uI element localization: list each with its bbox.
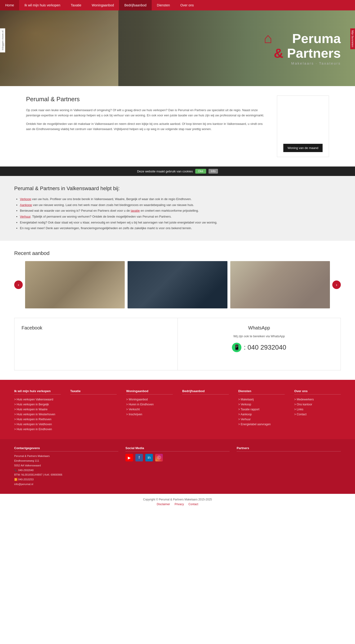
- footer-col-woningaanbod: Woningaanbod Woningaanbod Huren in Eindh…: [126, 389, 173, 432]
- recent-title: Recent aanbod: [14, 250, 341, 256]
- footer-social-col: Social Media ▶ f in ⓒ: [125, 446, 230, 487]
- sidebar-login[interactable]: Inloggen move.nl: [0, 28, 5, 52]
- taxatie-link[interactable]: taxatie: [131, 209, 140, 212]
- footer-col-bedrijfsaanbod: Bedrijfsaanbod: [182, 389, 229, 432]
- footer-link-taxatie-rapport[interactable]: Taxatie rapport: [238, 408, 260, 411]
- list-item: Aankoop van uw nieuwe woning. Laat ons h…: [20, 202, 341, 208]
- cookie-ok-button[interactable]: Oké: [195, 169, 206, 174]
- copyright-bar: Copyright © Perumal & Partners Makelaars…: [0, 494, 355, 510]
- carousel-prev-button[interactable]: ‹: [14, 280, 23, 289]
- cookie-bar: Deze website maakt gebruik van cookies O…: [0, 166, 355, 176]
- footer-link-vk-bergeijk[interactable]: Huis verkopen in Bergeijk: [14, 403, 49, 406]
- verhuur-link[interactable]: Verhuur: [20, 215, 31, 218]
- nav-home[interactable]: Home: [0, 0, 19, 10]
- carousel-image-2: [128, 261, 227, 308]
- nav-bedrijfsaanbod[interactable]: Bedrijfsaanbod: [119, 0, 151, 10]
- woning-van-de-maand-button[interactable]: Woning van de maand: [283, 144, 322, 152]
- footer-link-contact[interactable]: Contact: [294, 413, 306, 416]
- copyright-text: Copyright © Perumal & Partners Makelaars…: [4, 498, 351, 501]
- aankoop-link[interactable]: Aankoop: [20, 203, 32, 207]
- footer-link-links[interactable]: Links: [294, 408, 303, 411]
- helpt-list: Verkoop van uw huis. Profileer uw ons br…: [14, 196, 341, 231]
- facebook-icon[interactable]: f: [135, 454, 143, 462]
- whatsapp-text: Wij zijn ook te bereiken via WhatsApp: [185, 334, 334, 338]
- nav-taxatie[interactable]: Taxatie: [66, 0, 86, 10]
- footer-link-aankoop[interactable]: Aankoop: [238, 413, 252, 416]
- linkedin-icon[interactable]: in: [145, 454, 153, 462]
- hero-person-image: [0, 10, 118, 86]
- whatsapp-icon: 📱: [232, 343, 241, 352]
- footer-privacy-link[interactable]: Privacy: [175, 502, 184, 506]
- main-para-2: Ontdek hier de mogelijkheden van dé make…: [26, 121, 267, 132]
- footer: Ik wil mijn huis verkopen Huis verkopen …: [0, 380, 355, 494]
- social-icons: ▶ f in ⓒ: [125, 454, 230, 462]
- footer-disclaimer-link[interactable]: Disclaimer: [157, 502, 170, 506]
- footer-partners-col: Partners: [237, 446, 341, 487]
- cookie-info-button[interactable]: Info: [208, 169, 218, 174]
- footer-link-woningaanbod[interactable]: Woningaanbod: [126, 398, 148, 401]
- main-content: Perumal & Partners Op zoek naar een leuk…: [12, 86, 343, 166]
- footer-col-woningaanbod-title: Woningaanbod: [126, 389, 173, 394]
- footer-contact-col: Contactgegevens Perumal & Partners Makel…: [14, 446, 118, 487]
- footer-contact-link[interactable]: Contact: [188, 502, 198, 506]
- list-item: Energielabel nodig? Ook daar staat wij v…: [20, 220, 341, 226]
- whatsapp-panel: WhatsApp Wij zijn ook te bereiken via Wh…: [178, 318, 341, 370]
- logo-subtitle: Makelaars · Taxateurs: [274, 61, 341, 65]
- footer-top: Ik wil mijn huis verkopen Huis verkopen …: [14, 389, 341, 439]
- nav-woningaanbod[interactable]: Woningaanbod: [86, 0, 119, 10]
- hero-logo: ⌂ Peruma & Partners Makelaars · Taxateur…: [264, 31, 341, 65]
- list-item: Verkoop van uw huis. Profileer uw ons br…: [20, 196, 341, 202]
- verkoop-link[interactable]: Verkoop: [20, 197, 31, 201]
- footer-social-title: Social Media: [125, 446, 230, 452]
- main-text-block: Perumal & Partners Op zoek naar een leuk…: [26, 96, 267, 157]
- footer-link-verhuur[interactable]: Verhuur: [238, 418, 251, 421]
- footer-link-energielabel[interactable]: Energielabel aanvragen: [238, 423, 271, 426]
- footer-col-diensten: Diensten Makelaarij Verkoop Taxatie rapp…: [238, 389, 285, 432]
- facebook-title: Facebook: [22, 325, 170, 331]
- footer-col-diensten-title: Diensten: [238, 389, 285, 394]
- nav-diensten[interactable]: Diensten: [152, 0, 175, 10]
- cookie-text: Deze website maakt gebruik van cookies: [137, 170, 193, 173]
- carousel-next-button[interactable]: ›: [332, 280, 341, 289]
- main-title: Perumal & Partners: [26, 96, 267, 103]
- footer-partners-title: Partners: [237, 446, 341, 452]
- main-nav: Home Ik wil mijn huis verkopen Taxatie W…: [0, 0, 355, 10]
- carousel: ‹ ›: [14, 261, 341, 308]
- footer-col-taxatie-title: Taxatie: [70, 389, 117, 394]
- footer-link-ons-kantoor[interactable]: Ons kantoor: [294, 403, 312, 406]
- list-item: En nog veel meer! Denk aan verzekeringen…: [20, 226, 341, 231]
- carousel-image-1: [25, 261, 125, 308]
- nav-over-ons[interactable]: Over ons: [175, 0, 199, 10]
- footer-col-taxatie: Taxatie: [70, 389, 117, 432]
- list-item: Benieuwd wat de waarde van uw woning is?…: [20, 208, 341, 214]
- youtube-icon[interactable]: ▶: [125, 454, 133, 462]
- social-section: Facebook WhatsApp Wij zijn ook te bereik…: [14, 318, 341, 370]
- footer-col-over-ons-title: Over ons: [294, 389, 341, 394]
- footer-col-verkopen: Ik wil mijn huis verkopen Huis verkopen …: [14, 389, 61, 432]
- footer-bottom: Contactgegevens Perumal & Partners Makel…: [0, 439, 355, 494]
- footer-link-verkocht[interactable]: Verkocht: [126, 408, 140, 411]
- footer-link-makelaarij[interactable]: Makelaarij: [238, 398, 254, 401]
- footer-col-verkopen-title: Ik wil mijn huis verkopen: [14, 389, 61, 394]
- carousel-images: [25, 261, 330, 308]
- footer-link-verkoop[interactable]: Verkoop: [238, 403, 251, 406]
- hero-section: ⌂ Peruma & Partners Makelaars · Taxateur…: [0, 10, 355, 86]
- main-sidebar-card: Woning van de maand: [277, 96, 329, 157]
- footer-link-vk-valkenswaard[interactable]: Huis verkopen Valkenswaard: [14, 398, 53, 401]
- footer-link-medewerkers[interactable]: Medewerkers: [294, 398, 313, 401]
- list-item: Verhuur. Tijdelijk of permanent uw wonin…: [20, 214, 341, 220]
- main-para-1: Op zoek naar een leuke woning in Valkens…: [26, 108, 267, 118]
- footer-link-huren-eindhoven[interactable]: Huren in Eindhoven: [126, 403, 154, 406]
- instagram-icon[interactable]: ⓒ: [155, 454, 163, 462]
- footer-contact-title: Contactgegevens: [14, 446, 118, 452]
- sidebar-favorites[interactable]: Mijn favorieten: [350, 28, 355, 49]
- footer-link-vk-waalre[interactable]: Huis verkopen in Waalre: [14, 408, 48, 411]
- whatsapp-title: WhatsApp: [185, 325, 334, 331]
- nav-sell[interactable]: Ik wil mijn huis verkopen: [19, 0, 66, 10]
- footer-link-vk-riethoven[interactable]: Huis verkopen in Riethoven: [14, 418, 51, 421]
- recent-section: Recent aanbod ‹ ›: [0, 241, 355, 318]
- footer-link-vk-eindhoven[interactable]: Huis verkopen in Eindhoven: [14, 428, 52, 431]
- footer-link-inschrijven[interactable]: Inschrijven: [126, 413, 142, 416]
- footer-link-vk-veldhoven[interactable]: Huis verkopen in Veldhoven: [14, 423, 52, 426]
- footer-link-vk-westerhoven[interactable]: Huis verkopen in Westerhoven: [14, 413, 55, 416]
